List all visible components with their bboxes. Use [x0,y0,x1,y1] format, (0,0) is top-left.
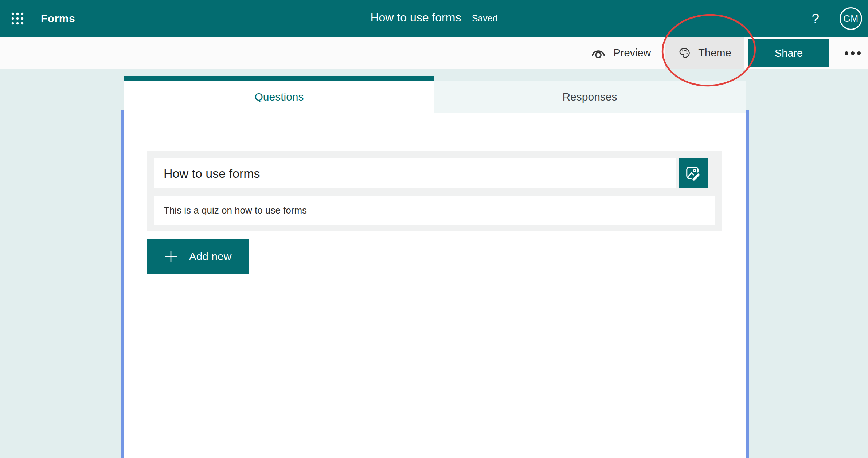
form-title-text: How to use forms [164,167,260,181]
waffle-icon [11,12,24,26]
share-label: Share [775,47,803,59]
eye-icon [591,47,606,60]
app-header: Forms How to use forms - Saved ? GM [0,0,868,37]
document-title-group: How to use forms - Saved [0,0,868,37]
app-header-left: Forms [0,0,75,37]
tab-responses-label: Responses [562,91,617,103]
ellipsis-icon [845,51,861,55]
share-button[interactable]: Share [748,39,829,67]
tab-questions-label: Questions [254,91,304,103]
preview-label: Preview [613,47,651,59]
more-options-button[interactable] [837,37,868,69]
command-bar: Preview Theme Share [0,37,868,69]
form-description-input[interactable]: This is a quiz on how to use forms [154,196,715,225]
help-button[interactable]: ? [812,12,819,26]
tab-responses[interactable]: Responses [434,81,746,113]
app-header-right: ? GM [812,0,868,37]
right-accent-line [746,110,749,458]
theme-label: Theme [698,47,731,59]
add-new-label: Add new [189,250,232,263]
form-title-input[interactable]: How to use forms [154,158,676,188]
left-accent-line [121,110,124,458]
avatar[interactable]: GM [840,7,862,30]
document-title: How to use forms [370,11,461,24]
theme-button[interactable]: Theme [665,37,744,69]
form-editor-panel: How to use forms This is a quiz on how t… [124,113,746,458]
insert-image-button[interactable] [679,158,708,188]
form-header-card: How to use forms This is a quiz on how t… [147,151,722,231]
avatar-initials: GM [843,13,858,24]
preview-button[interactable]: Preview [582,37,660,69]
palette-icon [678,47,691,60]
tab-questions[interactable]: Questions [124,76,434,113]
app-launcher-button[interactable] [0,0,35,37]
image-edit-icon [685,165,701,182]
add-new-button[interactable]: Add new [147,239,249,274]
app-name[interactable]: Forms [41,12,75,25]
save-status: - Saved [466,13,497,24]
form-description-text: This is a quiz on how to use forms [164,205,307,216]
plus-icon [164,250,177,263]
